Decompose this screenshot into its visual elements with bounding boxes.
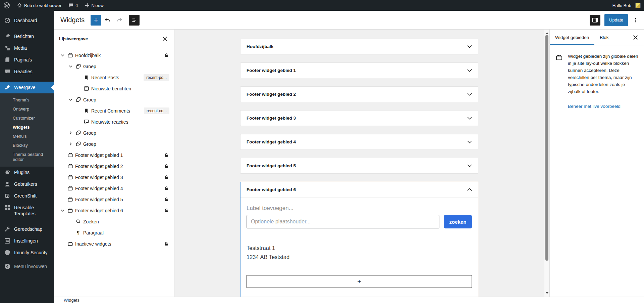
tree-row-groep-1[interactable]: Groep	[58, 61, 169, 72]
tree-row-footer-widget-gebied-5[interactable]: Footer widget gebied 5	[58, 194, 169, 205]
chevron-right-icon[interactable]	[67, 131, 74, 135]
tree-row-inactieve-widgets[interactable]: Inactieve widgets	[58, 238, 169, 249]
menu-item-settings[interactable]: Instellingen	[0, 235, 54, 247]
widget-area-hoofdzijbalk: Hoofdzijbalk	[240, 39, 478, 54]
tree-row-hoofdzijbalk[interactable]: Hoofdzijbalk	[58, 50, 169, 61]
widget-area-toggle[interactable]: Footer widget gebied 3	[240, 111, 478, 126]
menu-item-users[interactable]: Gebruikers	[0, 178, 54, 190]
widget-areas-description: Widget gebieden zijn globale delen in je…	[568, 53, 639, 95]
tree-row-footer-widget-gebied-3[interactable]: Footer widget gebied 3	[58, 172, 169, 183]
menu-collapse-button[interactable]: Menu invouwen	[0, 261, 54, 272]
menu-item-media[interactable]: Media	[0, 42, 54, 54]
block-inserter-button[interactable]: +	[91, 15, 101, 26]
chevron-down-icon	[467, 164, 472, 167]
tree-row-zoeken[interactable]: Zoeken	[58, 216, 169, 227]
update-button[interactable]: Update	[604, 14, 628, 26]
close-sidebar-button[interactable]	[631, 33, 639, 41]
widget-area-title: Footer widget gebied 3	[247, 116, 296, 121]
widget-area-toggle[interactable]: Footer widget gebied 6	[240, 182, 478, 198]
chevron-down-icon[interactable]	[59, 54, 66, 56]
paragraph-block[interactable]: Teststraat 1 1234 AB Teststad	[247, 244, 472, 262]
scroll-down-button[interactable]	[544, 291, 550, 296]
new-content-menu[interactable]: Nieuw	[82, 0, 107, 11]
tree-row-groep-4[interactable]: Groep	[58, 138, 169, 149]
widget-area-icon	[66, 162, 74, 170]
widget-area-title: Footer widget gebied 2	[247, 92, 296, 97]
tree-row-groep-3[interactable]: Groep	[58, 127, 169, 138]
chevron-down-icon[interactable]	[59, 209, 66, 212]
search-placeholder-input[interactable]	[247, 215, 439, 228]
tree-row-footer-widget-gebied-1[interactable]: Footer widget gebied 1	[58, 149, 169, 161]
editor-canvas: Hoofdzijbalk Footer widget gebied 1 Foot…	[174, 30, 544, 297]
tab-widget-gebieden[interactable]: Widget gebieden	[550, 30, 594, 45]
widget-area-toggle[interactable]: Footer widget gebied 5	[240, 158, 478, 173]
canvas-scrollbar[interactable]	[544, 30, 549, 297]
block-appender-button[interactable]: +	[247, 275, 472, 288]
submenu-item-customizer[interactable]: Customizer	[0, 114, 54, 123]
widget-area-toggle[interactable]: Hoofdzijbalk	[240, 39, 478, 54]
submenu-item-menus[interactable]: Menu's	[0, 132, 54, 141]
menu-item-greenshift[interactable]: GreenShift	[0, 190, 54, 202]
breadcrumb[interactable]: Widgets	[64, 298, 79, 303]
tab-blok[interactable]: Blok	[594, 30, 614, 45]
wp-logo-menu[interactable]	[0, 0, 13, 11]
widget-area-footer-3: Footer widget gebied 3	[240, 110, 478, 126]
lock-icon	[163, 197, 169, 203]
submenu-item-ontwerp[interactable]: Ontwerp	[0, 104, 54, 114]
tree-row-nieuwste-berichten[interactable]: Nieuwste berichten	[58, 83, 169, 94]
tree-label: Zoeken	[83, 219, 99, 224]
wordpress-logo-icon	[3, 2, 10, 9]
submenu-item-thema-bestand-editor[interactable]: Thema bestand editor	[0, 150, 54, 164]
scrollbar-thumb[interactable]	[545, 35, 548, 261]
redo-button[interactable]	[113, 14, 125, 26]
list-view-toggle-button[interactable]	[129, 15, 140, 26]
menu-item-appearance[interactable]: Weergave	[0, 82, 54, 93]
options-menu-button[interactable]	[632, 14, 639, 26]
latest-posts-icon	[82, 85, 91, 93]
menu-item-comments[interactable]: Reacties	[0, 66, 54, 78]
submenu-item-blocksy[interactable]: Blocksy	[0, 141, 54, 150]
tree-row-footer-widget-gebied-2[interactable]: Footer widget gebied 2	[58, 161, 169, 172]
menu-item-reusable-templates[interactable]: Reusable Templates	[0, 202, 54, 219]
close-icon	[633, 35, 638, 40]
undo-button[interactable]	[101, 14, 113, 26]
menu-item-dashboard[interactable]: Dashboard	[0, 15, 54, 27]
submenu-item-widgets[interactable]: Widgets	[0, 123, 54, 132]
chevron-down-icon[interactable]	[67, 65, 74, 68]
site-name-menu[interactable]: Bob de webbouwer	[13, 0, 65, 11]
tree-label: Hoofdzijbalk	[75, 53, 101, 58]
plus-icon	[85, 3, 90, 8]
chevron-down-icon[interactable]	[67, 98, 74, 101]
grid-icon	[4, 204, 11, 211]
menu-item-posts[interactable]: Berichten	[0, 31, 54, 42]
tree-row-paragraaf[interactable]: ¶ Paragraaf	[58, 227, 169, 238]
tree-row-footer-widget-gebied-6[interactable]: Footer widget gebied 6	[58, 205, 169, 216]
search-label-placeholder[interactable]: Label toevoegen...	[247, 205, 472, 212]
close-list-view-button[interactable]	[161, 35, 169, 43]
menu-item-plugins[interactable]: Plugins	[0, 167, 54, 178]
my-account-menu[interactable]: Hallo Bob	[609, 0, 644, 11]
tree-row-footer-widget-gebied-4[interactable]: Footer widget gebied 4	[58, 183, 169, 194]
menu-label: Dashboard	[14, 17, 37, 24]
chevron-right-icon[interactable]	[67, 142, 74, 146]
search-submit-button[interactable]: zoeken	[444, 215, 472, 228]
tree-row-recent-comments[interactable]: Recent Comments recent-co...	[58, 105, 169, 116]
widget-id-badge: recent-co...	[144, 107, 169, 114]
menu-item-tools[interactable]: Gereedschap	[0, 223, 54, 235]
tree-row-groep-2[interactable]: Groep	[58, 94, 169, 105]
settings-sidebar-toggle-button[interactable]	[590, 15, 600, 26]
menu-item-pages[interactable]: Pagina's	[0, 54, 54, 66]
pages-icon	[4, 56, 11, 63]
group-icon	[74, 96, 83, 104]
menu-label: Media	[14, 45, 27, 51]
widget-area-toggle[interactable]: Footer widget gebied 4	[240, 134, 478, 149]
home-icon	[17, 3, 22, 8]
tree-row-recent-posts[interactable]: Recent Posts recent-po...	[58, 72, 169, 83]
comments-menu[interactable]: 0	[65, 0, 81, 11]
submenu-item-themas[interactable]: Thema's	[0, 95, 54, 104]
menu-item-imunify-security[interactable]: Imunify Security	[0, 247, 54, 259]
tree-row-nieuwste-reacties[interactable]: Nieuwste reacties	[58, 116, 169, 127]
manage-with-live-preview-link[interactable]: Beheer met live voorbeeld	[568, 104, 644, 109]
widget-area-toggle[interactable]: Footer widget gebied 2	[240, 87, 478, 102]
widget-area-toggle[interactable]: Footer widget gebied 1	[240, 63, 478, 78]
